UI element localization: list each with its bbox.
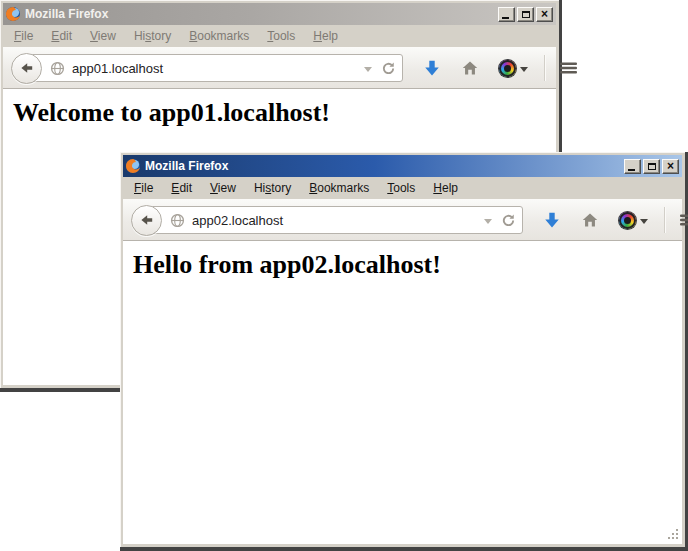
url-bar[interactable] xyxy=(25,54,403,82)
maximize-icon xyxy=(522,11,530,18)
menu-item-edit[interactable]: Edit xyxy=(162,179,201,197)
home-button[interactable] xyxy=(581,211,599,229)
menu-item-edit[interactable]: Edit xyxy=(42,27,81,45)
minimize-icon xyxy=(628,169,635,171)
chevron-down-icon xyxy=(520,67,528,72)
window-title: Mozilla Firefox xyxy=(25,7,494,21)
url-input[interactable] xyxy=(192,213,480,228)
toolbar-separator xyxy=(544,55,545,81)
back-arrow-icon xyxy=(139,212,155,228)
page-content-app02: Hello from app02.localhost! xyxy=(123,241,682,544)
menu-item-history[interactable]: History xyxy=(125,27,180,45)
navigation-toolbar xyxy=(3,47,556,89)
page-heading: Welcome to app01.localhost! xyxy=(13,98,556,128)
menu-item-bookmarks[interactable]: Bookmarks xyxy=(180,27,258,45)
minimize-button[interactable] xyxy=(498,7,515,22)
url-dropdown-icon[interactable] xyxy=(364,67,372,72)
browser-window-app02: Mozilla Firefox × File Edit View History… xyxy=(120,152,688,551)
firefox-icon xyxy=(125,158,141,174)
close-button[interactable]: × xyxy=(536,7,553,22)
titlebar[interactable]: Mozilla Firefox × xyxy=(123,155,682,177)
back-arrow-icon xyxy=(19,60,35,76)
reload-icon[interactable] xyxy=(381,61,396,76)
navigation-toolbar xyxy=(123,199,682,241)
url-dropdown-icon[interactable] xyxy=(484,219,492,224)
back-button[interactable] xyxy=(11,53,42,84)
download-arrow-icon xyxy=(543,211,561,229)
addon-color-wheel-button[interactable] xyxy=(619,212,648,229)
window-controls: × xyxy=(624,159,679,174)
menu-item-history[interactable]: History xyxy=(245,179,300,197)
menu-item-view[interactable]: View xyxy=(201,179,245,197)
download-button[interactable] xyxy=(423,59,441,77)
menu-bar: File Edit View History Bookmarks Tools H… xyxy=(3,25,556,47)
desktop: { "chrome": { "close_glyph": "×" }, "col… xyxy=(0,0,688,551)
menu-item-view[interactable]: View xyxy=(81,27,125,45)
maximize-button[interactable] xyxy=(643,159,660,174)
window-controls: × xyxy=(498,7,553,22)
home-icon xyxy=(581,211,599,229)
home-icon xyxy=(461,59,479,77)
menu-item-bookmarks[interactable]: Bookmarks xyxy=(300,179,378,197)
site-identity-globe-icon[interactable] xyxy=(170,213,185,228)
reload-icon[interactable] xyxy=(501,213,516,228)
menu-item-help[interactable]: Help xyxy=(424,179,467,197)
hamburger-icon xyxy=(559,60,578,76)
url-input[interactable] xyxy=(72,61,360,76)
minimize-button[interactable] xyxy=(624,159,641,174)
menu-hamburger-button[interactable] xyxy=(679,212,688,228)
resize-grip[interactable] xyxy=(667,528,679,540)
menu-item-file[interactable]: File xyxy=(5,27,42,45)
site-identity-globe-icon[interactable] xyxy=(50,61,65,76)
close-button[interactable]: × xyxy=(662,159,679,174)
color-wheel-icon xyxy=(619,212,636,229)
menu-hamburger-button[interactable] xyxy=(559,60,578,76)
addon-color-wheel-button[interactable] xyxy=(499,60,528,77)
maximize-icon xyxy=(648,163,656,170)
window-title: Mozilla Firefox xyxy=(145,159,620,173)
url-bar[interactable] xyxy=(145,206,523,234)
close-icon: × xyxy=(667,160,674,172)
color-wheel-icon xyxy=(499,60,516,77)
close-icon: × xyxy=(541,8,548,20)
minimize-icon xyxy=(502,17,509,19)
hamburger-icon xyxy=(679,212,688,228)
menu-item-tools[interactable]: Tools xyxy=(258,27,304,45)
toolbar-separator xyxy=(664,207,665,233)
download-button[interactable] xyxy=(543,211,561,229)
chevron-down-icon xyxy=(640,219,648,224)
maximize-button[interactable] xyxy=(517,7,534,22)
menu-bar: File Edit View History Bookmarks Tools H… xyxy=(123,177,682,199)
back-button[interactable] xyxy=(131,205,162,236)
menu-item-file[interactable]: File xyxy=(125,179,162,197)
page-heading: Hello from app02.localhost! xyxy=(133,250,682,280)
firefox-icon xyxy=(5,6,21,22)
menu-item-help[interactable]: Help xyxy=(304,27,347,45)
home-button[interactable] xyxy=(461,59,479,77)
download-arrow-icon xyxy=(423,59,441,77)
menu-item-tools[interactable]: Tools xyxy=(378,179,424,197)
titlebar[interactable]: Mozilla Firefox × xyxy=(3,3,556,25)
